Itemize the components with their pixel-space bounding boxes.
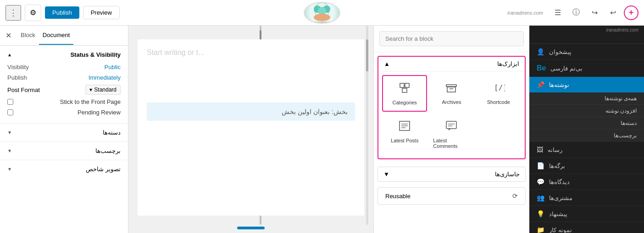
shortcode-block-item[interactable]: [/] Shortcode bbox=[476, 75, 521, 112]
post-format-select[interactable]: ▾ Standard bbox=[85, 85, 121, 95]
subscribers-label: پیشخوان bbox=[549, 49, 572, 55]
info-button[interactable]: ⓘ bbox=[569, 5, 583, 20]
editor-area[interactable]: Start writing or t... بخش: بعنوان اولین … bbox=[128, 26, 373, 225]
settings-button[interactable]: ⚙ bbox=[25, 5, 41, 21]
sidebar-tabs: ✕ Block Document bbox=[0, 26, 128, 46]
pages-icon: 📄 bbox=[537, 162, 544, 169]
posts-label: نوشته‌ها bbox=[549, 81, 569, 88]
add-post-item[interactable]: افزودن نوشته bbox=[529, 104, 644, 117]
svg-point-4 bbox=[314, 14, 330, 21]
comments-icon: 💬 bbox=[537, 178, 544, 185]
block-search-input[interactable] bbox=[379, 31, 524, 46]
suggestions-icon: 💡 bbox=[537, 210, 544, 217]
categories-item[interactable]: دسته‌ها bbox=[529, 117, 644, 129]
stick-checkbox[interactable] bbox=[7, 99, 13, 105]
site-logo-area: www.iranadmins.com bbox=[304, 2, 340, 24]
tags-item[interactable]: برچسب‌ها bbox=[529, 129, 644, 141]
publish-label: Publish bbox=[7, 74, 27, 81]
main-area: ✕ Block Document ▲ Status & Visibility V… bbox=[0, 26, 644, 233]
media-icon: 🖼 bbox=[537, 146, 543, 153]
sidebar-item-media[interactable]: رسانه 🖼 bbox=[529, 142, 644, 158]
list-view-button[interactable]: ☰ bbox=[550, 5, 565, 20]
preview-button[interactable]: Preview bbox=[83, 6, 120, 19]
latest-posts-block-label: Latest Posts bbox=[391, 138, 419, 143]
right-sidebar-header bbox=[529, 34, 644, 44]
publish-button[interactable]: Publish bbox=[45, 6, 79, 19]
svg-rect-7 bbox=[405, 83, 409, 87]
toolbar-right: iranadmins.com ☰ ⓘ ↪ ↩ + bbox=[507, 5, 638, 20]
latest-comments-block-label: Latest Comments bbox=[433, 138, 470, 149]
editor-block[interactable]: Start writing or t... بخش: بعنوان اولین … bbox=[138, 39, 364, 216]
pages-label: برگه‌ها bbox=[549, 163, 565, 169]
svg-text:[/]: [/] bbox=[494, 83, 505, 92]
categories-label: دسته‌ها bbox=[103, 129, 121, 136]
latest-posts-icon bbox=[398, 119, 411, 135]
featured-image-label: تصویر شاخص bbox=[86, 166, 121, 173]
tools-collapse-icon: ▲ bbox=[384, 60, 390, 67]
redo-button[interactable]: ↪ bbox=[587, 5, 602, 20]
bottom-scroll-bar bbox=[237, 227, 265, 229]
tools-category-header[interactable]: ابزارک‌ها ▲ bbox=[378, 57, 525, 71]
format-select-value: Standard bbox=[94, 87, 117, 93]
shortcode-icon: [/] bbox=[492, 81, 505, 97]
tab-block[interactable]: Block bbox=[17, 26, 39, 45]
stick-front-row: Stick to the Front Page bbox=[7, 97, 121, 107]
archives-block-label: Archives bbox=[442, 99, 461, 105]
tools-block-grid: Categories Archives [/] bbox=[378, 71, 525, 158]
logo-svg: www.iranadmins.com bbox=[306, 2, 338, 24]
format-dropdown-icon: ▾ bbox=[89, 87, 92, 93]
categories-block-label: Categories bbox=[393, 100, 417, 105]
tools-label: ابزارک‌ها bbox=[497, 60, 519, 67]
gear-icon: ⚙ bbox=[30, 8, 36, 17]
visibility-label: Visibility bbox=[7, 64, 29, 70]
sidebar-item-suggestions[interactable]: پیشنهاد 💡 bbox=[529, 206, 644, 222]
block-inserter-panel: ابزارک‌ها ▲ Categories bbox=[373, 26, 529, 233]
collapse-arrow-icon[interactable]: ▲ bbox=[7, 52, 12, 57]
reusable-section[interactable]: Reusable ⟳ bbox=[378, 187, 526, 205]
customers-icon: 👥 bbox=[537, 194, 544, 201]
svg-text:www.iranadmins.com: www.iranadmins.com bbox=[311, 21, 333, 23]
embeds-header[interactable]: جاسازی‌ها ▼ bbox=[378, 167, 525, 181]
posts-icon: 📌 bbox=[537, 81, 544, 88]
status-visibility-section: ▲ Status & Visibility bbox=[0, 46, 128, 62]
site-logo: www.iranadmins.com bbox=[304, 2, 340, 24]
sidebar-item-portfolio[interactable]: نمونه کار 📁 bbox=[529, 222, 644, 233]
pending-label: Pending Review bbox=[78, 109, 121, 116]
svg-rect-8 bbox=[402, 88, 407, 92]
sidebar-item-comments[interactable]: دیدگاه‌ها 💬 bbox=[529, 174, 644, 190]
add-block-button[interactable]: + bbox=[624, 5, 638, 20]
featured-image-section[interactable]: ▼ تصویر شاخص bbox=[0, 160, 128, 178]
latest-posts-block-item[interactable]: Latest Posts bbox=[382, 114, 427, 155]
categories-block-item[interactable]: Categories bbox=[382, 75, 427, 112]
categories-icon bbox=[398, 81, 411, 97]
visibility-value[interactable]: Public bbox=[105, 64, 121, 70]
tags-section[interactable]: ▼ برچسب‌ها bbox=[0, 141, 128, 160]
center-content: Start writing or t... بخش: بعنوان اولین … bbox=[128, 26, 373, 233]
pending-checkbox[interactable] bbox=[7, 109, 13, 115]
be-label: بی‌تم فارسی bbox=[550, 65, 583, 72]
sidebar-item-subscribers[interactable]: پیشخوان 👤 bbox=[529, 44, 644, 60]
sidebar-item-customers[interactable]: مشتری‌ها 👥 bbox=[529, 190, 644, 206]
block-search-area bbox=[374, 26, 529, 52]
post-format-row: Post Format ▾ Standard bbox=[7, 83, 121, 97]
tab-document[interactable]: Document bbox=[39, 26, 73, 45]
publish-value[interactable]: Immediately bbox=[89, 74, 121, 81]
toolbar-left: ⋮ ⚙ Publish Preview bbox=[6, 5, 120, 21]
archives-block-item[interactable]: Archives bbox=[429, 75, 474, 112]
be-icon: Be bbox=[537, 64, 546, 72]
portfolio-icon: 📁 bbox=[537, 226, 544, 233]
toolbar-options-button[interactable]: ⋮ bbox=[6, 5, 21, 21]
publish-row: Publish Immediately bbox=[7, 72, 121, 83]
editor-section-input[interactable]: بخش: بعنوان اولین بخش bbox=[147, 103, 355, 121]
all-posts-item[interactable]: همه‌ی نوشته‌ها bbox=[529, 92, 644, 104]
portfolio-label: نمونه کار bbox=[549, 227, 572, 233]
sidebar-item-pages[interactable]: برگه‌ها 📄 bbox=[529, 158, 644, 174]
sidebar-item-posts[interactable]: نوشته‌ها 📌 همه‌ی نوشته‌ها افزودن نوشته د… bbox=[529, 77, 644, 142]
comments-label: دیدگاه‌ها bbox=[549, 179, 570, 185]
latest-comments-block-item[interactable]: Latest Comments bbox=[429, 114, 474, 155]
categories-section[interactable]: ▼ دسته‌ها bbox=[0, 123, 128, 141]
sidebar-item-be[interactable]: بی‌تم فارسی Be bbox=[529, 60, 644, 77]
right-scrollbar[interactable] bbox=[365, 26, 369, 225]
undo-button[interactable]: ↩ bbox=[605, 5, 620, 20]
close-sidebar-button[interactable]: ✕ bbox=[6, 31, 11, 40]
